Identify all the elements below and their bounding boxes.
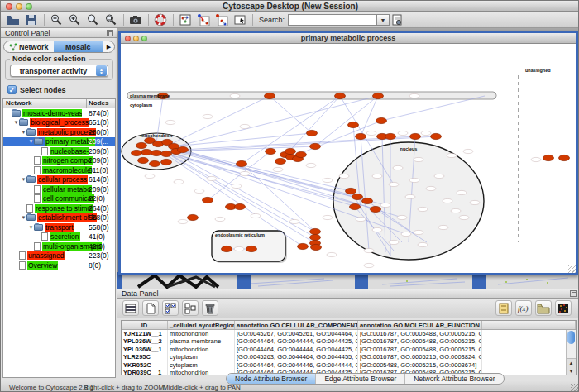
import-folder-icon[interactable] xyxy=(535,300,552,316)
network-node[interactable] xyxy=(310,143,321,149)
network-node[interactable] xyxy=(237,160,247,166)
tree-item-overview[interactable]: Overview8(0) xyxy=(3,261,115,270)
network-node[interactable] xyxy=(178,146,189,152)
column-header[interactable]: annotation.GO CELLULAR_COMPONENT xyxy=(235,321,358,329)
table-icon[interactable] xyxy=(122,300,139,316)
tree-item-establishment-of-lo[interactable]: ▼establishment of lo558(0) xyxy=(3,213,115,223)
expand-triangle-icon[interactable]: ▼ xyxy=(28,225,34,230)
table-row[interactable]: YJR121W__1mitochondrion[GO:0045267, GO:0… xyxy=(122,330,576,337)
annotation-icon[interactable] xyxy=(232,12,247,26)
unselect-attrs-icon[interactable] xyxy=(182,300,199,316)
tree-item-mosaic-demo-yeast[interactable]: mosaic-demo-yeast874(0) xyxy=(3,108,115,118)
tree-item-primary-metabo[interactable]: ▼primary metabo209(... xyxy=(3,137,115,147)
network-node[interactable] xyxy=(132,150,142,155)
notepad-icon[interactable] xyxy=(495,300,512,316)
network-node[interactable] xyxy=(356,133,366,139)
scrollbar-thumb[interactable] xyxy=(567,331,575,344)
layout-nodes-icon[interactable] xyxy=(196,12,211,26)
search-input[interactable] xyxy=(288,14,377,26)
tab-network-attribute-browser[interactable]: Network Attribute Browser xyxy=(405,374,503,384)
network-node[interactable] xyxy=(266,148,276,154)
select-nodes-checkbox[interactable]: ✓ xyxy=(7,85,17,94)
tree-item-transport[interactable]: ▼transport558(0) xyxy=(3,222,115,232)
tree-item-cellular-metabo[interactable]: cellular metabo209(0) xyxy=(3,184,115,194)
float-panel-icon[interactable] xyxy=(107,30,113,36)
network-canvas[interactable]: plasma membranecytoplasmmitochondrionnuc… xyxy=(121,44,576,273)
tree-item-cellular-process[interactable]: ▼cellular process614(0) xyxy=(3,175,115,185)
open-icon[interactable] xyxy=(6,12,21,26)
zoom-out-icon[interactable] xyxy=(49,12,64,26)
zoom-in-icon[interactable] xyxy=(67,12,82,26)
expand-triangle-icon[interactable]: ▼ xyxy=(13,120,19,125)
matrix-icon[interactable] xyxy=(555,300,572,316)
network-node[interactable] xyxy=(371,206,381,212)
tree-item-biological-process[interactable]: ▼biological_process651(0) xyxy=(3,118,115,128)
tab-mosaic[interactable]: Mosaic xyxy=(54,41,103,52)
network-node[interactable] xyxy=(285,148,296,154)
zoom-selected-icon[interactable] xyxy=(103,12,118,26)
search-config-icon[interactable] xyxy=(390,12,404,26)
network-node[interactable] xyxy=(385,133,396,139)
save-icon[interactable] xyxy=(24,12,39,26)
layout-edges-icon[interactable] xyxy=(214,12,229,26)
tree-item-unassigned[interactable]: unassigned223(0) xyxy=(3,251,115,261)
app-resize-grip[interactable] xyxy=(571,384,579,392)
network-node[interactable] xyxy=(265,93,275,98)
tree-item-response-to-stimul[interactable]: response to stimul264(0) xyxy=(3,203,115,213)
network-node[interactable] xyxy=(348,122,359,127)
network-node[interactable] xyxy=(150,160,160,166)
network-node[interactable] xyxy=(373,93,384,98)
network-node[interactable] xyxy=(188,214,199,220)
network-node[interactable] xyxy=(376,117,387,123)
scrollbar-arrows[interactable]: ▲▼ xyxy=(567,358,576,375)
network-overview-icon[interactable] xyxy=(178,12,193,26)
delete-icon[interactable] xyxy=(202,300,218,316)
tree-item-cell-communicat[interactable]: cell communicat22(0) xyxy=(3,194,115,204)
network-node[interactable] xyxy=(311,244,322,250)
tab-network[interactable]: Network xyxy=(4,41,54,52)
network-node[interactable] xyxy=(222,246,232,251)
expand-triangle-icon[interactable]: ▼ xyxy=(28,139,34,144)
network-node[interactable] xyxy=(350,203,361,209)
tab-node-attribute-browser[interactable]: Node Attribute Browser xyxy=(227,374,316,384)
node-color-dropdown[interactable]: transporter activity ▲▼ xyxy=(10,65,108,77)
function-icon[interactable]: f(x) xyxy=(515,300,532,316)
table-row[interactable]: YPL036W__2plasma membrane[GO:0044464, GO… xyxy=(122,337,576,345)
table-row[interactable]: YPL036W__1mitochondrion[GO:0044464, GO:0… xyxy=(122,346,576,353)
network-node[interactable] xyxy=(431,133,442,139)
column-header[interactable]: _cellularLayoutRegion xyxy=(168,321,235,329)
network-node[interactable] xyxy=(138,157,149,163)
window-resize-grip[interactable] xyxy=(568,265,576,273)
network-node[interactable] xyxy=(161,151,172,156)
network-node[interactable] xyxy=(310,234,321,240)
network-node[interactable] xyxy=(151,150,162,155)
network-node[interactable] xyxy=(203,197,213,203)
network-node[interactable] xyxy=(296,151,307,157)
table-row[interactable]: YKR052Ccytoplasm[GO:0044464, GO:0044446,… xyxy=(122,361,576,369)
tree-item-nucleobase-[interactable]: nucleobase-209(0) xyxy=(3,146,115,156)
column-header[interactable]: annotation.GO MOLECULAR_FUNCTION xyxy=(358,321,482,329)
tree-item-secretion[interactable]: secretion41(0) xyxy=(3,232,115,242)
expand-triangle-icon[interactable]: ▼ xyxy=(21,177,26,182)
snapshot-icon[interactable] xyxy=(128,12,143,26)
more-tabs-button[interactable]: ▶ xyxy=(103,41,114,52)
network-node[interactable] xyxy=(246,246,257,251)
zoom-fit-icon[interactable] xyxy=(85,12,100,26)
help-icon[interactable] xyxy=(153,12,168,26)
network-node[interactable] xyxy=(543,155,554,160)
network-node[interactable] xyxy=(141,149,152,155)
network-node[interactable] xyxy=(310,228,321,234)
select-attrs-icon[interactable] xyxy=(162,300,179,316)
network-node[interactable] xyxy=(352,194,363,199)
new-doc-icon[interactable] xyxy=(142,300,159,316)
network-node[interactable] xyxy=(346,188,356,194)
column-header[interactable]: ID xyxy=(122,321,168,329)
tab-edge-attribute-browser[interactable]: Edge Attribute Browser xyxy=(316,374,405,384)
search-dropdown-button[interactable]: ▼ xyxy=(377,14,390,26)
network-node[interactable] xyxy=(307,130,318,136)
network-node[interactable] xyxy=(161,159,172,165)
network-node[interactable] xyxy=(298,243,309,249)
network-node[interactable] xyxy=(410,133,421,139)
table-row[interactable]: YLR295Ccytoplasm[GO:0045263, GO:0044464,… xyxy=(122,353,576,361)
network-node[interactable] xyxy=(335,93,346,98)
